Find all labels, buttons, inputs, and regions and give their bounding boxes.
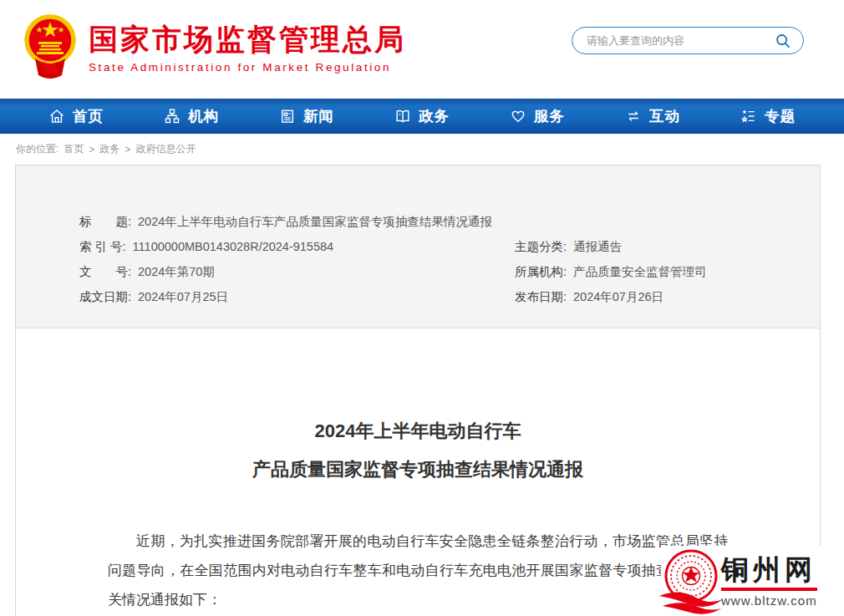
nav-label: 专题: [765, 106, 796, 126]
main-nav: 首页 机构 新闻 政务 服务: [0, 99, 844, 134]
watermark-site-url: www.bltzw.com: [721, 593, 817, 608]
nav-label: 服务: [534, 106, 565, 126]
meta-written-date-label: 成文日期:: [79, 289, 131, 305]
search-button[interactable]: [775, 28, 803, 53]
nav-label: 互动: [649, 106, 680, 126]
article-title-line1: 2024年上半年电动自行车: [16, 412, 820, 451]
nav-item-org[interactable]: 机构: [164, 99, 219, 134]
news-icon: [279, 108, 296, 125]
meta-docno-value: 2024年第70期: [138, 264, 215, 280]
breadcrumb-separator: >: [125, 144, 130, 155]
breadcrumb: 你的位置: 首页 > 政务 > 政府信息公开: [0, 134, 844, 165]
site-subtitle: State Administration for Market Regulati…: [89, 61, 406, 74]
nav-item-gov[interactable]: 政务: [394, 99, 450, 134]
star-list-icon: [740, 108, 757, 125]
site-logo[interactable]: 国家市场监督管理总局 State Administration for Mark…: [23, 12, 406, 82]
site-title: 国家市场监督管理总局: [89, 21, 406, 58]
national-emblem-icon: [23, 12, 77, 82]
breadcrumb-item-gov[interactable]: 政务: [99, 142, 119, 156]
meta-written-date-value: 2024年07月25日: [138, 289, 228, 305]
heart-icon: [510, 108, 526, 125]
meta-docno-label: 文 号:: [79, 264, 131, 280]
watermark-divider: [721, 588, 817, 591]
meta-publish-date-value: 2024年07月26日: [573, 289, 664, 305]
nav-item-interact[interactable]: 互动: [625, 99, 680, 134]
document-meta-table: 标 题: 2024年上半年电动自行车产品质量国家监督专项抽查结果情况通报 索 引…: [16, 165, 820, 328]
nav-label: 政务: [419, 106, 450, 126]
nav-item-home[interactable]: 首页: [48, 99, 104, 134]
meta-index-label: 索 引 号:: [79, 239, 126, 255]
home-icon: [48, 108, 65, 125]
nav-label: 首页: [73, 106, 104, 126]
meta-category-label: 主题分类:: [515, 239, 567, 255]
meta-publish-date-label: 发布日期:: [515, 289, 567, 305]
article-paragraph: 近期，为扎实推进国务院部署开展的电动自行车安全隐患全链条整治行动，市场监管总局坚…: [108, 527, 728, 614]
exchange-arrows-icon: [625, 108, 642, 125]
meta-agency-value: 产品质量安全监督管理司: [573, 264, 707, 280]
sitemap-icon: [164, 108, 180, 125]
open-book-icon: [394, 108, 411, 125]
search-icon: [775, 33, 791, 49]
nav-item-service[interactable]: 服务: [510, 99, 565, 134]
breadcrumb-item-info[interactable]: 政府信息公开: [135, 142, 196, 156]
meta-title-value: 2024年上半年电动自行车产品质量国家监督专项抽查结果情况通报: [138, 214, 492, 230]
site-header: 国家市场监督管理总局 State Administration for Mark…: [0, 0, 844, 99]
nav-item-topics[interactable]: 专题: [740, 99, 796, 134]
nav-label: 新闻: [303, 106, 334, 126]
meta-category-value: 通报通告: [573, 239, 622, 255]
article-body: 近期，为扎实推进国务院部署开展的电动自行车安全隐患全链条整治行动，市场监管总局坚…: [108, 527, 728, 614]
article-title-line2: 产品质量国家监督专项抽查结果情况通报: [16, 451, 820, 489]
search-box: [572, 27, 804, 54]
search-input[interactable]: [572, 34, 775, 47]
breadcrumb-prefix: 你的位置:: [16, 142, 58, 156]
meta-index-value: 11100000MB0143028R/2024-915584: [133, 240, 334, 253]
article-title: 2024年上半年电动自行车 产品质量国家监督专项抽查结果情况通报: [16, 412, 820, 489]
meta-agency-label: 所属机构:: [515, 264, 567, 280]
watermark-seal-icon: [658, 547, 725, 616]
watermark-badge: 铜州网 www.bltzw.com: [661, 546, 832, 616]
nav-label: 机构: [188, 106, 219, 126]
breadcrumb-item-home[interactable]: 首页: [64, 142, 84, 156]
nav-item-news[interactable]: 新闻: [279, 99, 334, 134]
watermark-site-name: 铜州网: [721, 554, 817, 586]
meta-title-label: 标 题:: [79, 214, 131, 230]
breadcrumb-separator: >: [89, 144, 94, 155]
